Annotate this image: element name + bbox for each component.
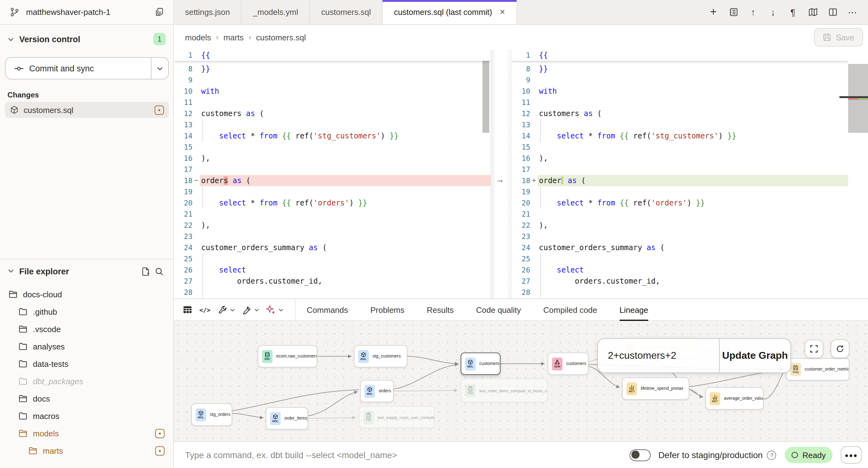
lineage-node-lifetime-spend-pretax[interactable]: METlifetime_spend_pretax	[622, 377, 689, 400]
format-icon[interactable]	[239, 303, 254, 317]
lineage-node-orders[interactable]: MDLorders	[360, 380, 394, 402]
version-control-header[interactable]: Version control 1	[0, 29, 173, 50]
code-icon[interactable]: </>	[197, 303, 212, 317]
code-line[interactable]: 25	[174, 253, 491, 264]
panel-tab-problems[interactable]: Problems	[370, 299, 404, 320]
lineage-node-stg-customers[interactable]: MDLstg_customers	[354, 345, 407, 368]
copy-icon[interactable]	[152, 5, 166, 19]
diff-pane-original[interactable]: 1{{8}}910with1112customers as (1314 sele…	[174, 50, 491, 299]
sticky-code-line[interactable]: 1{{	[512, 50, 848, 61]
code-line[interactable]: 11	[174, 97, 491, 108]
code-line[interactable]: 27 orders.customer_id,	[512, 276, 848, 287]
panel-tab-compiled-code[interactable]: Compiled code	[543, 299, 597, 320]
lineage-node-average-order-value[interactable]: METaverage_order_value	[705, 387, 764, 410]
code-line[interactable]: 22),	[512, 220, 848, 231]
outline-icon[interactable]	[726, 5, 740, 19]
tab-customers-sql[interactable]: customers.sql	[310, 0, 382, 24]
lineage-selector-input[interactable]: 2+customers+2	[598, 339, 719, 372]
lineage-node-test-supply-costs-sum-correctly[interactable]: TSTtest_supply_costs_sum_correctly	[359, 406, 435, 428]
tab-customers-sql-last-commit-[interactable]: customers.sql (last commit)✕	[383, 0, 517, 24]
commit-and-sync-button[interactable]: Commit and sync	[6, 58, 151, 79]
code-line[interactable]: 23	[512, 231, 848, 242]
sidebar-item-data-tests[interactable]: data-tests	[0, 355, 173, 372]
code-line[interactable]: 11	[512, 97, 848, 108]
code-line[interactable]: 16),	[512, 153, 848, 164]
code-line[interactable]: 26 select	[174, 264, 491, 276]
code-line[interactable]: 22),	[174, 220, 491, 231]
code-line[interactable]: 28	[174, 287, 491, 298]
code-line[interactable]: 21	[174, 209, 491, 220]
fullscreen-button[interactable]	[805, 340, 823, 358]
lineage-node-customers[interactable]: SEMcustomers	[548, 352, 589, 375]
results-table-icon[interactable]	[180, 303, 195, 317]
lineage-node-customers[interactable]: MDLcustomers	[461, 352, 500, 375]
command-input[interactable]: Type a command, ex. dbt build --select <…	[185, 450, 630, 460]
code-line[interactable]: 12customers as (	[174, 108, 491, 119]
tab--models-yml[interactable]: _models.yml	[242, 0, 310, 24]
panel-tab-results[interactable]: Results	[427, 299, 454, 320]
lineage-node-stg-orders[interactable]: MDLstg_orders	[191, 403, 232, 426]
defer-toggle[interactable]	[630, 449, 651, 461]
breadcrumb-segment[interactable]: models	[185, 33, 211, 42]
code-line[interactable]: 27 orders.customer_id,	[174, 276, 491, 287]
code-line[interactable]: 8}}	[512, 63, 848, 74]
new-file-icon[interactable]	[138, 264, 152, 278]
code-line[interactable]: 16),	[174, 153, 491, 164]
command-bar-more-button[interactable]: ●●●	[841, 446, 862, 464]
code-line[interactable]: 9	[512, 74, 848, 86]
code-line[interactable]: 8}}	[174, 63, 491, 74]
chevron-down-icon[interactable]	[278, 307, 284, 313]
breadcrumb-segment[interactable]: customers.sql	[256, 33, 306, 42]
sidebar-item-analyses[interactable]: analyses	[0, 338, 173, 355]
code-line[interactable]: 19	[174, 186, 491, 197]
sticky-code-line[interactable]: 1{{	[174, 50, 491, 61]
chevron-down-icon[interactable]	[230, 307, 235, 313]
tab-settings-json[interactable]: settings.json	[174, 0, 242, 24]
commit-options-caret[interactable]	[151, 58, 168, 79]
diff-editor[interactable]: 1{{8}}910with1112customers as (1314 sele…	[174, 50, 868, 299]
breadcrumb-segment[interactable]: marts	[223, 33, 244, 42]
more-options-icon[interactable]: ⋯	[846, 5, 859, 19]
code-line[interactable]: 9	[174, 74, 491, 86]
update-graph-button[interactable]: Update Graph	[719, 339, 790, 372]
lineage-node-order-items[interactable]: MDLorder_items	[266, 407, 308, 430]
code-line[interactable]: 26 select	[512, 264, 848, 276]
sidebar-item-docs-cloud[interactable]: docs-cloud	[0, 285, 173, 303]
code-line[interactable]: 24customer_orders_summary as (	[174, 242, 491, 253]
code-line[interactable]: 18−orders as (	[174, 175, 491, 186]
code-line[interactable]: 14 select * from {{ ref('stg_customers')…	[174, 130, 491, 142]
refresh-graph-button[interactable]	[831, 340, 849, 358]
apply-change-arrow-icon[interactable]: →	[495, 175, 504, 184]
save-button[interactable]: Save	[814, 28, 863, 46]
code-line[interactable]: 15	[512, 142, 848, 153]
code-line[interactable]: 14 select * from {{ ref('stg_customers')…	[512, 130, 848, 142]
code-line[interactable]: 18+order as (	[512, 175, 848, 186]
code-line[interactable]: 21	[512, 209, 848, 220]
code-line[interactable]: 13	[512, 119, 848, 130]
sidebar-item-dbt-packages[interactable]: dbt_packages	[0, 372, 173, 390]
whitespace-icon[interactable]: ¶	[786, 5, 800, 19]
lineage-node-test-order-items-compute-to-bools-correctly[interactable]: TSTtest_order_items_compute_to_bools_cor…	[461, 379, 548, 402]
close-icon[interactable]: ✕	[499, 8, 505, 16]
code-line[interactable]: 28	[512, 287, 848, 298]
code-line[interactable]: 17	[174, 164, 491, 175]
minimap-icon[interactable]	[806, 5, 819, 19]
code-line[interactable]: 23	[174, 231, 491, 242]
scroll-down-icon[interactable]: ↓	[766, 5, 780, 19]
status-badge[interactable]: Ready	[785, 447, 833, 463]
code-line[interactable]: 15	[174, 142, 491, 153]
sidebar-item-docs[interactable]: docs	[0, 390, 173, 407]
changed-file-row[interactable]: customers.sql	[5, 102, 169, 118]
lineage-node-ecom-raw-customers[interactable]: SRCecom.raw_customers	[258, 345, 317, 368]
code-line[interactable]: 20 select * from {{ ref('orders') }}	[174, 197, 491, 209]
panel-tab-lineage[interactable]: Lineage	[620, 299, 649, 320]
sidebar-item-models[interactable]: models	[0, 425, 173, 442]
file-explorer-header[interactable]: File explorer	[0, 261, 173, 281]
code-line[interactable]: 25	[512, 253, 848, 264]
ai-fix-icon[interactable]	[263, 303, 278, 317]
chevron-down-icon[interactable]	[254, 307, 259, 313]
code-line[interactable]: 24customer_orders_summary as (	[512, 242, 848, 253]
editor-scrollbar[interactable]	[483, 52, 489, 133]
new-tab-icon[interactable]: +	[707, 5, 720, 19]
diff-pane-modified[interactable]: 1{{8}}910with1112customers as (1314 sele…	[512, 50, 848, 299]
